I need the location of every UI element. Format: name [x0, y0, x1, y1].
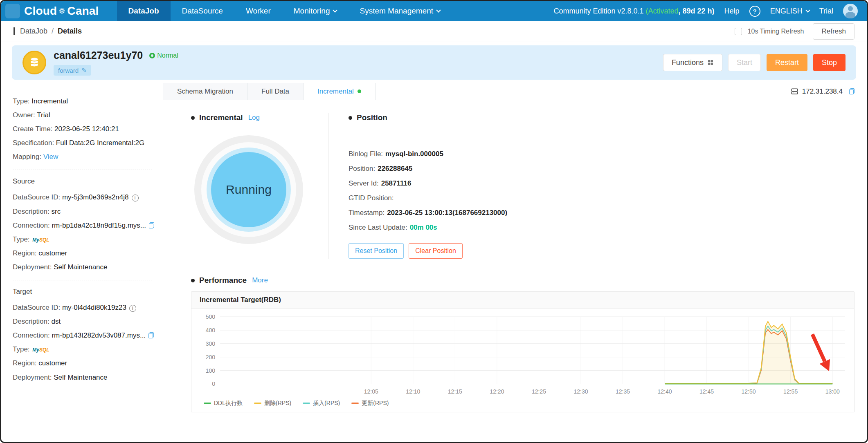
start-button[interactable]: Start — [728, 54, 761, 71]
legend-item[interactable]: 删除(RPS) — [254, 400, 291, 407]
svg-text:12:40: 12:40 — [658, 388, 672, 395]
language-selector[interactable]: ENGLISH — [770, 7, 810, 16]
tab-incremental[interactable]: Incremental — [304, 83, 376, 100]
svg-text:12:45: 12:45 — [699, 388, 714, 395]
info-row: Specification: Full Data:2G Incremental:… — [13, 139, 152, 148]
info-row: Description: dst — [13, 317, 152, 326]
svg-text:500: 500 — [206, 313, 216, 320]
info-label: Deployment: — [13, 374, 54, 381]
svg-text:13:00: 13:00 — [825, 388, 840, 395]
position-rows: Binlog File:mysql-bin.000005Position:226… — [349, 150, 867, 232]
activation-status: (Activated — [646, 7, 679, 15]
functions-button[interactable]: Functions — [663, 54, 722, 71]
position-row: Timestamp:2023-06-25 13:00:13(1687669213… — [349, 209, 867, 217]
edition-info: Community Edition v2.8.0.1 (Activated, 8… — [553, 7, 714, 16]
svg-text:12:15: 12:15 — [448, 388, 462, 395]
position-label: Timestamp: — [349, 209, 385, 217]
clear-position-button[interactable]: Clear Position — [409, 243, 463, 259]
cloudcanal-logo[interactable]: Cloud Canal — [24, 4, 99, 18]
question-icon[interactable]: ? — [749, 6, 760, 17]
tab-schema-migration[interactable]: Schema Migration — [163, 83, 247, 100]
reset-position-button[interactable]: Reset Position — [349, 243, 404, 259]
legend-label: 删除(RPS) — [264, 400, 291, 407]
restart-button[interactable]: Restart — [767, 54, 807, 71]
nav-item-worker[interactable]: Worker — [234, 1, 282, 21]
bullet-icon — [349, 116, 352, 120]
copy-icon[interactable] — [849, 88, 855, 94]
info-label: Region: — [13, 359, 38, 367]
info-label: Connection: — [13, 331, 52, 339]
bullet-icon — [191, 279, 195, 282]
nav-item-datajob[interactable]: DataJob — [117, 1, 171, 21]
svg-text:12:30: 12:30 — [573, 388, 588, 395]
svg-text:12:05: 12:05 — [364, 388, 378, 395]
info-label: Type: — [13, 235, 31, 243]
copy-icon[interactable] — [148, 332, 154, 338]
worker-ip: 172.31.238.4 — [802, 87, 843, 96]
tab-full-data[interactable]: Full Data — [247, 83, 304, 100]
legend-item[interactable]: DDL执行数 — [204, 400, 243, 407]
timing-refresh-checkbox[interactable] — [735, 28, 742, 35]
legend-label: DDL执行数 — [214, 400, 243, 407]
running-status-circle: Running — [211, 152, 286, 227]
breadcrumb-parent[interactable]: DataJob — [20, 27, 47, 36]
view-link[interactable]: View — [43, 153, 58, 161]
info-value: Full Data:2G Incremental:2G — [56, 139, 144, 147]
info-row: Type: Incremental — [13, 97, 152, 106]
nav-item-system-management[interactable]: System Management — [348, 1, 452, 21]
position-value: mysql-bin.000005 — [385, 150, 443, 158]
log-link[interactable]: Log — [248, 114, 260, 122]
gear-icon — [58, 5, 66, 18]
app-icon — [5, 4, 20, 18]
nav-item-datasource[interactable]: DataSource — [171, 1, 234, 21]
position-label: Since Last Update: — [349, 224, 407, 231]
info-value: Trial — [37, 111, 50, 119]
info-row: Mapping: View — [13, 152, 152, 161]
info-value: dst — [51, 318, 61, 325]
user-role[interactable]: Trial — [819, 7, 833, 16]
svg-text:400: 400 — [206, 327, 216, 333]
info-row: Type: MySQL — [13, 235, 152, 244]
help-link[interactable]: Help — [724, 7, 740, 16]
info-label: Type: — [13, 345, 31, 353]
chart-title: Incremental Target(RDB) — [191, 292, 854, 309]
svg-text:12:55: 12:55 — [783, 388, 798, 395]
legend-item[interactable]: 更新(RPS) — [351, 400, 389, 407]
breadcrumb-separator: / — [52, 27, 54, 36]
navbar: Cloud Canal DataJobDataSourceWorkerMonit… — [1, 1, 867, 21]
legend-label: 插入(RPS) — [313, 400, 340, 407]
nav-item-monitoring[interactable]: Monitoring — [282, 1, 349, 21]
position-column: Position Binlog File:mysql-bin.000005Pos… — [329, 113, 867, 259]
position-label: Binlog File: — [349, 150, 383, 158]
info-value: Incremental — [31, 97, 68, 105]
tab-label: Incremental — [317, 87, 354, 96]
incremental-status-column: Incremental Log Running — [163, 113, 329, 259]
more-link[interactable]: More — [252, 276, 268, 284]
legend-color-icon — [254, 403, 261, 404]
source-rows: DataSource ID: my-5j3m0e369s2n4j8iDescri… — [13, 193, 152, 272]
job-direction-tag[interactable]: forward ✎ — [54, 65, 91, 76]
edit-icon[interactable]: ✎ — [81, 67, 87, 74]
info-row: Region: customer — [13, 249, 152, 258]
chevron-down-icon — [436, 8, 441, 12]
job-status-badge: Normal — [149, 52, 178, 59]
stop-button[interactable]: Stop — [813, 54, 846, 71]
job-name: canal61273eu1y70 — [54, 49, 143, 61]
copy-icon[interactable] — [149, 222, 154, 228]
info-icon[interactable]: i — [132, 195, 139, 201]
legend-item[interactable]: 插入(RPS) — [303, 400, 340, 407]
info-icon[interactable]: i — [129, 305, 136, 312]
refresh-button[interactable]: Refresh — [813, 23, 855, 40]
breadcrumb-row: DataJob / Details 10s Timing Refresh Ref… — [1, 21, 867, 42]
info-label: Owner: — [13, 111, 37, 119]
position-row: Server Id:25871116 — [349, 179, 867, 188]
svg-text:300: 300 — [206, 340, 216, 347]
avatar[interactable] — [843, 4, 858, 18]
info-value: customer — [38, 359, 67, 367]
info-label: Region: — [13, 249, 38, 257]
legend-color-icon — [303, 403, 310, 404]
chevron-down-icon — [805, 8, 810, 12]
app-window: Cloud Canal DataJobDataSourceWorkerMonit… — [0, 0, 868, 443]
bullet-icon — [191, 116, 195, 120]
position-row: GTID Position: — [349, 194, 867, 202]
